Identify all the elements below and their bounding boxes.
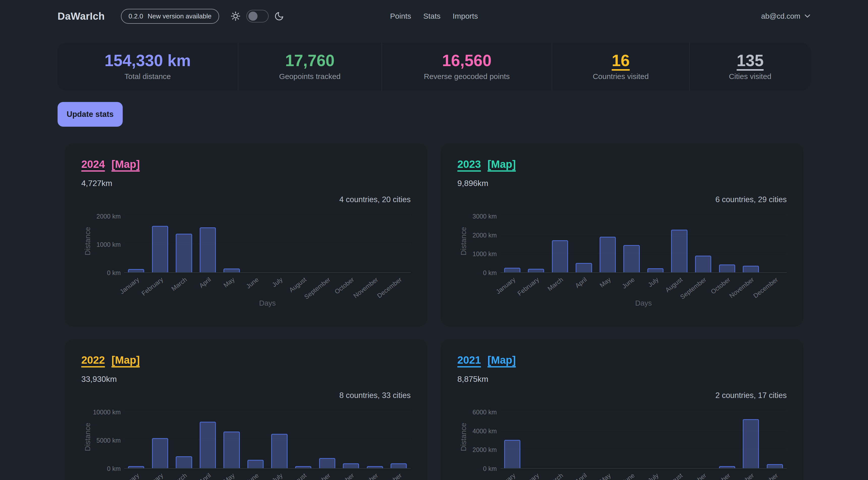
- x-tick-label: October: [333, 472, 355, 480]
- monthly-distance-bar-chart: Distance 0 km2000 km4000 km6000 km Janua…: [458, 405, 787, 480]
- bar: [295, 466, 311, 468]
- nav-stats[interactable]: Stats: [423, 12, 440, 21]
- year-link[interactable]: 2021: [458, 355, 481, 365]
- y-tick-label: 1000 km: [473, 250, 497, 258]
- gridline: [500, 216, 787, 216]
- bar: [247, 460, 264, 468]
- stat-label: Cities visited: [729, 72, 771, 81]
- gridline: [500, 411, 787, 412]
- y-axis-ticks: 0 km1000 km2000 km3000 km: [470, 209, 500, 273]
- bar-column: [124, 466, 148, 468]
- version-badge[interactable]: 0.2.0 New version available: [121, 9, 219, 24]
- x-tick-label: March: [546, 472, 564, 480]
- bar: [152, 226, 168, 272]
- bar: [367, 466, 383, 468]
- year-link[interactable]: 2022: [81, 355, 105, 365]
- x-tick-label: January: [495, 276, 517, 295]
- chart-plot-area: [500, 209, 787, 273]
- bar-column: [524, 269, 548, 272]
- bar-column: [148, 438, 172, 468]
- year-card-header: 2023 [Map]: [458, 159, 787, 169]
- bar: [719, 264, 735, 272]
- bar-column: [148, 226, 172, 272]
- x-tick-label: January: [118, 472, 141, 480]
- y-tick-label: 6000 km: [473, 409, 497, 416]
- moon-icon: [274, 11, 284, 21]
- year-card: 2024 [Map] 4,727km 4 countries, 20 citie…: [65, 143, 428, 326]
- map-link[interactable]: [Map]: [111, 159, 140, 169]
- gridline: [500, 449, 787, 449]
- x-tick-label: February: [516, 472, 540, 480]
- version-message: New version available: [148, 12, 212, 20]
- x-tick-label: October: [709, 472, 732, 480]
- year-card-header: 2024 [Map]: [81, 159, 411, 169]
- x-tick-label: July: [270, 276, 284, 288]
- bar-column: [763, 464, 787, 468]
- x-tick-label: November: [352, 276, 379, 299]
- bar-column: [387, 463, 411, 468]
- y-axis-ticks: 0 km2000 km4000 km6000 km: [470, 405, 500, 469]
- theme-toggle[interactable]: [246, 10, 269, 23]
- app-header: DaWarIch 0.2.0 New version available Poi…: [0, 0, 868, 32]
- stat-label: Reverse geocoded points: [424, 72, 510, 81]
- y-axis-title: Distance: [81, 405, 94, 469]
- stat-value[interactable]: 16: [612, 53, 630, 69]
- bar: [176, 234, 192, 272]
- map-link[interactable]: [Map]: [488, 355, 516, 365]
- bar: [200, 227, 216, 272]
- year-link[interactable]: 2023: [458, 159, 481, 169]
- bar-column: [691, 256, 715, 272]
- x-tick-label: April: [198, 472, 212, 480]
- bar-column: [500, 440, 524, 468]
- x-tick-label: September: [303, 472, 332, 480]
- stat-value[interactable]: 135: [737, 53, 764, 69]
- x-tick-label: August: [664, 276, 684, 294]
- bar: [223, 268, 240, 272]
- year-card-header: 2022 [Map]: [81, 355, 411, 365]
- sun-icon: [230, 11, 241, 22]
- update-stats-button[interactable]: Update stats: [58, 102, 123, 127]
- stat-label: Countries visited: [593, 72, 649, 81]
- map-link[interactable]: [Map]: [111, 355, 140, 365]
- year-card: 2022 [Map] 33,930km 8 countries, 33 citi…: [65, 339, 428, 480]
- year-card: 2023 [Map] 9,896km 6 countries, 29 citie…: [441, 143, 804, 326]
- map-link[interactable]: [Map]: [488, 159, 516, 169]
- x-tick-label: April: [574, 472, 588, 480]
- app-logo[interactable]: DaWarIch: [58, 10, 105, 22]
- bar: [623, 245, 640, 272]
- bar: [743, 266, 759, 272]
- y-tick-label: 2000 km: [473, 231, 497, 239]
- x-tick-label: June: [621, 276, 636, 290]
- y-tick-label: 10000 km: [93, 409, 121, 416]
- stat-item: 154,330 km Total distance: [58, 43, 238, 90]
- chart-plot-area: [124, 405, 411, 469]
- gridline: [500, 253, 787, 253]
- bar-column: [196, 422, 220, 468]
- bar: [552, 240, 568, 272]
- bar-column: [596, 237, 620, 272]
- x-tick-label: September: [303, 276, 332, 300]
- gridline: [500, 234, 787, 235]
- x-tick-label: June: [245, 276, 260, 290]
- user-menu[interactable]: ab@cd.com: [761, 12, 810, 21]
- x-tick-label: January: [495, 472, 517, 480]
- theme-switcher: [230, 10, 284, 23]
- x-tick-label: December: [752, 472, 779, 480]
- year-link[interactable]: 2024: [81, 159, 105, 169]
- x-tick-label: March: [170, 472, 189, 480]
- x-axis-labels: JanuaryFebruaryMarchAprilMayJuneJulyAugu…: [500, 469, 787, 480]
- bar: [504, 440, 520, 468]
- bar: [128, 466, 144, 468]
- x-tick-label: May: [222, 276, 236, 289]
- y-tick-label: 3000 km: [473, 213, 497, 220]
- nav-points[interactable]: Points: [390, 12, 411, 21]
- x-axis-title: Days: [124, 299, 411, 308]
- chevron-down-icon: [804, 14, 810, 18]
- bar-column: [644, 268, 668, 272]
- year-distance: 9,896km: [458, 179, 787, 188]
- bar: [743, 419, 759, 468]
- toggle-knob: [248, 11, 257, 21]
- x-axis-labels: JanuaryFebruaryMarchAprilMayJuneJulyAugu…: [500, 273, 787, 298]
- year-distance: 4,727km: [81, 179, 411, 188]
- nav-imports[interactable]: Imports: [453, 12, 478, 21]
